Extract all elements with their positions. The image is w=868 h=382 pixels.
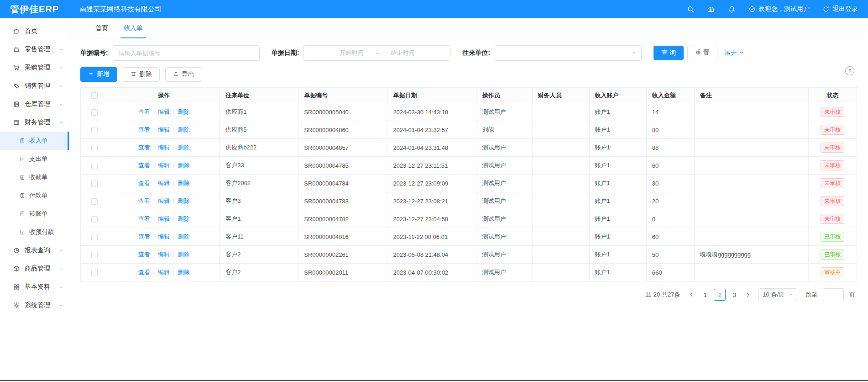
delete-link[interactable]: 删除 — [178, 126, 189, 133]
sidebar-item[interactable]: 系统管理 — [0, 296, 69, 314]
column-header: 收入账户 — [589, 88, 646, 103]
view-link[interactable]: 查看 — [138, 108, 150, 115]
search-icon[interactable] — [687, 5, 695, 13]
delete-link[interactable]: 删除 — [178, 215, 189, 222]
sidebar-item[interactable]: 报表查询 — [0, 241, 69, 260]
operator-cell: 测试用户 — [476, 228, 532, 246]
column-header: 单据编号 — [298, 88, 387, 103]
bell-icon[interactable] — [728, 5, 736, 13]
expand-link[interactable]: 展开 — [725, 49, 744, 57]
search-button[interactable]: 查 询 — [654, 46, 684, 60]
sidebar-item[interactable]: 财务管理 — [0, 113, 69, 132]
logout-button[interactable]: 退出登录 — [822, 5, 858, 13]
row-checkbox[interactable] — [91, 234, 98, 240]
row-checkbox[interactable] — [91, 145, 98, 151]
edit-link[interactable]: 编辑 — [158, 251, 170, 258]
sidebar-item[interactable]: 商品管理 — [0, 260, 69, 278]
delete-link[interactable]: 删除 — [178, 233, 189, 240]
tab[interactable]: 收入单 — [116, 18, 151, 38]
page-button[interactable]: 3 — [728, 289, 740, 301]
date-cell: 2024-01-04 23:32:57 — [387, 121, 476, 139]
edit-link[interactable]: 编辑 — [158, 162, 170, 169]
edit-link[interactable]: 编辑 — [158, 108, 170, 115]
sidebar-item[interactable]: 采购管理 — [0, 58, 69, 77]
bank-icon[interactable] — [707, 5, 715, 13]
view-link[interactable]: 查看 — [138, 269, 150, 276]
sidebar-item[interactable]: 零售管理 — [0, 40, 69, 58]
status-badge: 未审核 — [821, 214, 844, 224]
partner-cell: 客户3 — [220, 192, 298, 210]
delete-link[interactable]: 删除 — [178, 108, 189, 115]
prev-page-button[interactable] — [686, 289, 696, 301]
sidebar-subitem[interactable]: 付款单 — [0, 186, 69, 205]
tab[interactable]: 首页 — [88, 18, 116, 38]
remark-cell — [694, 103, 808, 121]
chevron-down-icon — [58, 65, 63, 70]
date-range-picker[interactable]: 开始时间 ~ 结束时间 — [303, 45, 450, 61]
partner-select[interactable] — [495, 45, 642, 61]
sidebar-item[interactable]: 基本资料 — [0, 278, 69, 296]
add-button[interactable]: 新增 — [80, 67, 117, 82]
sidebar-item[interactable]: 仓库管理 — [0, 95, 69, 113]
edit-link[interactable]: 编辑 — [158, 197, 170, 204]
delete-link[interactable]: 删除 — [178, 180, 189, 186]
sidebar-subitem[interactable]: 转账单 — [0, 205, 69, 223]
sidebar-subitem[interactable]: 收款单 — [0, 168, 69, 186]
edit-link[interactable]: 编辑 — [158, 126, 170, 133]
next-page-button[interactable] — [743, 289, 753, 301]
edit-link[interactable]: 编辑 — [158, 144, 170, 151]
bill-no-input[interactable] — [113, 45, 260, 61]
row-checkbox[interactable] — [91, 163, 98, 169]
operator-cell: 测试用户 — [476, 139, 532, 157]
status-badge: 未审核 — [821, 107, 844, 117]
sidebar: 首页零售管理采购管理销售管理仓库管理财务管理收入单支出单收款单付款单转账单收预付… — [0, 18, 69, 382]
view-link[interactable]: 查看 — [138, 215, 150, 222]
view-link[interactable]: 查看 — [138, 233, 150, 240]
view-link[interactable]: 查看 — [138, 197, 150, 204]
sidebar-item[interactable]: 销售管理 — [0, 77, 69, 95]
view-link[interactable]: 查看 — [138, 162, 150, 169]
edit-link[interactable]: 编辑 — [158, 215, 170, 222]
doc-icon — [19, 192, 26, 199]
row-checkbox[interactable] — [91, 127, 98, 133]
sidebar-subitem[interactable]: 收预付款 — [0, 223, 69, 241]
tabbar: 首页收入单 — [69, 18, 868, 38]
bill-no-cell: SR00000004860 — [298, 121, 387, 139]
page-button[interactable]: 2 — [714, 289, 726, 301]
welcome-user[interactable]: 欢迎您，测试用户 — [748, 5, 810, 13]
delete-button[interactable]: 删除 — [123, 67, 160, 82]
delete-link[interactable]: 删除 — [178, 197, 189, 204]
edit-link[interactable]: 编辑 — [158, 269, 170, 276]
edit-link[interactable]: 编辑 — [158, 233, 170, 240]
sidebar-item[interactable]: 首页 — [0, 22, 69, 40]
delete-link[interactable]: 删除 — [178, 144, 189, 151]
page-button[interactable]: 1 — [699, 289, 711, 301]
export-button[interactable]: 导出 — [165, 67, 202, 82]
sales-icon — [13, 82, 20, 90]
edit-link[interactable]: 编辑 — [158, 180, 170, 186]
jump-page-input[interactable] — [823, 288, 844, 301]
column-header: 状态 — [808, 88, 857, 103]
row-checkbox[interactable] — [91, 252, 98, 258]
row-checkbox[interactable] — [91, 270, 98, 276]
sidebar-subitem[interactable]: 收入单 — [0, 132, 69, 150]
view-link[interactable]: 查看 — [138, 126, 150, 133]
table-row: 查看|编辑|删除客户2SR000000020112023-04-07 00:30… — [81, 264, 857, 281]
view-link[interactable]: 查看 — [138, 180, 150, 186]
view-link[interactable]: 查看 — [138, 251, 150, 258]
delete-link[interactable]: 删除 — [178, 162, 189, 169]
date-separator: ~ — [376, 50, 379, 57]
help-icon[interactable]: ? — [845, 66, 854, 75]
view-link[interactable]: 查看 — [138, 144, 150, 151]
reset-button[interactable]: 重 置 — [687, 46, 717, 60]
row-checkbox[interactable] — [91, 216, 98, 223]
table-row: 查看|编辑|删除客户33SR000000047852023-12-27 23:1… — [81, 157, 857, 175]
row-checkbox[interactable] — [91, 109, 98, 116]
sidebar-subitem[interactable]: 支出单 — [0, 150, 69, 168]
delete-link[interactable]: 删除 — [178, 269, 189, 276]
delete-link[interactable]: 删除 — [178, 251, 189, 258]
row-checkbox[interactable] — [91, 180, 98, 187]
row-checkbox[interactable] — [91, 198, 98, 205]
select-all-checkbox[interactable] — [91, 92, 98, 99]
page-size-select[interactable]: 10 条/页 — [758, 288, 797, 301]
